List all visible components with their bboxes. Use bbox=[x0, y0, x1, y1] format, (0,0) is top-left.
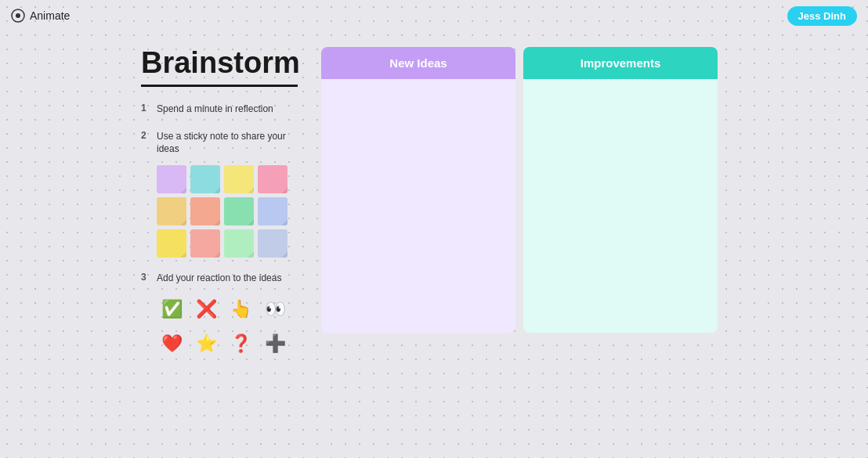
column-new-ideas: New Ideas bbox=[321, 47, 515, 333]
step-3-text: Add your reaction to the ideas bbox=[157, 272, 281, 285]
mint-note[interactable] bbox=[224, 229, 254, 258]
green-note[interactable] bbox=[224, 197, 254, 225]
question-reaction[interactable]: ❓ bbox=[226, 329, 255, 359]
app-name: Animate bbox=[30, 9, 70, 22]
step-2-text: Use a sticky note to share your ideas bbox=[157, 130, 298, 157]
svg-point-1 bbox=[16, 13, 20, 18]
reactions-grid: ✅❌👆👀❤️⭐❓➕ bbox=[157, 294, 298, 359]
coral-note[interactable] bbox=[190, 229, 220, 258]
animate-logo-icon bbox=[11, 9, 25, 23]
checkmark-reaction[interactable]: ✅ bbox=[157, 294, 186, 324]
yellow-note[interactable] bbox=[224, 165, 254, 193]
step-2-number: 2 bbox=[141, 130, 152, 141]
step-3-header: 3 Add your reaction to the ideas bbox=[141, 272, 298, 285]
user-button[interactable]: Jess Dinh bbox=[787, 6, 857, 26]
purple-note[interactable] bbox=[157, 165, 186, 193]
column-improvements: Improvements bbox=[523, 47, 718, 333]
improvements-body[interactable] bbox=[523, 79, 718, 333]
main-content: Brainstorm 1 Spend a minute in reflectio… bbox=[141, 47, 718, 359]
step-3-number: 3 bbox=[141, 272, 152, 283]
cross-reaction[interactable]: ❌ bbox=[191, 294, 221, 324]
header-left: Animate bbox=[11, 9, 70, 23]
step-1-header: 1 Spend a minute in reflection bbox=[141, 103, 298, 116]
step-2: 2 Use a sticky note to share your ideas bbox=[141, 130, 298, 258]
improvements-header: Improvements bbox=[523, 47, 718, 79]
salmon-note[interactable] bbox=[190, 197, 220, 225]
app-header: Animate Jess Dinh bbox=[0, 0, 868, 31]
step-1: 1 Spend a minute in reflection bbox=[141, 103, 298, 116]
star-reaction[interactable]: ⭐ bbox=[191, 329, 221, 359]
pink-note[interactable] bbox=[258, 165, 288, 193]
eyes-reaction[interactable]: 👀 bbox=[260, 294, 290, 324]
new-ideas-body[interactable] bbox=[321, 79, 515, 333]
teal-note[interactable] bbox=[190, 165, 220, 193]
periwinkle-note[interactable] bbox=[258, 229, 288, 258]
blue-note[interactable] bbox=[258, 197, 288, 225]
steps-list: 1 Spend a minute in reflection 2 Use a s… bbox=[141, 103, 298, 359]
columns-area: New Ideas Improvements bbox=[321, 47, 718, 333]
step-1-text: Spend a minute in reflection bbox=[157, 103, 273, 116]
step-2-header: 2 Use a sticky note to share your ideas bbox=[141, 130, 298, 157]
thumbs-up-reaction[interactable]: 👆 bbox=[226, 294, 255, 324]
new-ideas-header: New Ideas bbox=[321, 47, 515, 79]
heart-reaction[interactable]: ❤️ bbox=[157, 329, 186, 359]
page-title: Brainstorm bbox=[141, 47, 298, 87]
step-1-number: 1 bbox=[141, 103, 152, 114]
sticky-notes-grid bbox=[157, 165, 298, 258]
step-3: 3 Add your reaction to the ideas ✅❌👆👀❤️⭐… bbox=[141, 272, 298, 359]
left-panel: Brainstorm 1 Spend a minute in reflectio… bbox=[141, 47, 313, 359]
bright-yellow-note[interactable] bbox=[157, 229, 186, 258]
gold-note[interactable] bbox=[157, 197, 186, 225]
plus-one-reaction[interactable]: ➕ bbox=[260, 329, 290, 359]
